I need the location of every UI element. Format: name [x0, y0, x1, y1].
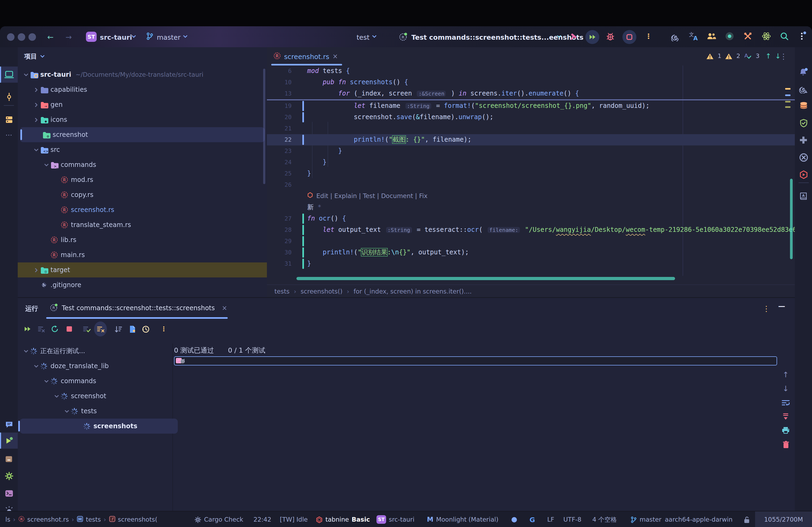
memory-indicator[interactable]: 1055/2700M: [755, 511, 812, 527]
indent-widget[interactable]: 4 个空格: [592, 511, 617, 527]
project-tree-item-gen[interactable]: →gen: [18, 97, 267, 112]
debug-bug-icon[interactable]: [606, 32, 615, 40]
horizontal-scrollbar[interactable]: [296, 277, 675, 280]
project-selector[interactable]: src-tauri: [100, 33, 132, 42]
chevron-open-icon[interactable]: [22, 71, 30, 78]
minimize-window-button[interactable]: [18, 33, 25, 41]
status-breadcrumbs[interactable]: ls › R screenshot.rs › M tests › f scree…: [5, 511, 157, 527]
zoom-window-button[interactable]: [28, 33, 36, 41]
scroll-down-icon[interactable]: ↓: [779, 382, 793, 395]
chevron-open-icon[interactable]: [63, 407, 71, 415]
target-arch-widget[interactable]: aarch64-apple-darwin: [665, 511, 733, 527]
plugin-plus-icon[interactable]: [795, 132, 812, 148]
google-widget[interactable]: G: [530, 511, 535, 527]
code-line-13[interactable]: 13 for (_index, screen :&Screen ) in scr…: [267, 88, 795, 99]
import-test-results-icon[interactable]: [126, 321, 139, 336]
package-tool-button[interactable]: [0, 451, 18, 467]
project-widget[interactable]: ST src-tauri: [376, 511, 414, 527]
code-line-29[interactable]: 29: [267, 236, 795, 247]
code-area[interactable]: 6mod tests {10 pub fn screenshots() {13 …: [267, 65, 795, 276]
project-tree-item-src[interactable]: <>src: [18, 142, 267, 157]
scroll-to-end-icon[interactable]: [779, 410, 793, 423]
stop-button[interactable]: [622, 30, 636, 44]
stripe-typo-mark[interactable]: [785, 101, 791, 103]
build-hammer-icon[interactable]: [569, 32, 578, 41]
terminal-tool-button[interactable]: [0, 485, 18, 501]
chevron-open-icon[interactable]: [53, 392, 61, 400]
inspections-widget[interactable]: 1 2 A 3 ↑ ↓: [706, 52, 781, 60]
services-gear-button[interactable]: [0, 468, 18, 484]
chevron-open-icon[interactable]: [42, 377, 50, 385]
ai-lens-actions[interactable]: Edit | Explain | Test | Document | Fix: [316, 191, 427, 202]
code-line-30[interactable]: 30 println!("识别结果:\n{}", output_text);: [267, 247, 795, 258]
run-tool-button[interactable]: [0, 433, 18, 449]
close-tab-icon[interactable]: ×: [222, 304, 227, 312]
prev-problem-arrow-icon[interactable]: ↑: [765, 52, 771, 60]
breadcrumb-item[interactable]: tests: [274, 288, 289, 295]
run-tab[interactable]: R Test commands::screenshot::tests::scre…: [46, 300, 230, 316]
crumb-function[interactable]: screenshots(: [118, 516, 157, 523]
clear-trash-icon[interactable]: [779, 438, 793, 451]
project-tool-button[interactable]: [0, 66, 18, 82]
test-tree-item-commands[interactable]: commands: [18, 374, 179, 389]
test-tree-item-正在运行测试[interactable]: 正在运行测试...: [18, 344, 179, 359]
test-history-icon[interactable]: [139, 321, 152, 336]
nav-back-icon[interactable]: ←: [47, 33, 54, 41]
hexagon-plugin-icon[interactable]: [795, 166, 812, 182]
chevron-closed-icon[interactable]: [32, 266, 40, 274]
project-tree-item-target[interactable]: ◎target: [18, 262, 267, 277]
crumb-module[interactable]: tests: [86, 516, 101, 523]
notes-tool-button[interactable]: [0, 417, 18, 433]
panel-options-kebab-icon[interactable]: ⋮: [763, 304, 770, 313]
test-tree-item-doze-translate-lib[interactable]: doze_translate_lib: [18, 359, 179, 374]
structure-tool-button[interactable]: [0, 111, 18, 128]
test-tree-item-screenshots[interactable]: screenshots: [20, 419, 178, 434]
project-tree-item-lib-rs[interactable]: Rlib.rs: [18, 232, 267, 247]
encoding-widget[interactable]: UTF-8: [563, 511, 581, 527]
soft-wrap-icon[interactable]: [779, 396, 793, 409]
close-tab-icon[interactable]: ×: [332, 52, 338, 60]
settings-kebab-icon[interactable]: [799, 31, 807, 40]
code-line-19[interactable]: 19 let filename :String = format!("scree…: [267, 100, 795, 111]
atom-science-icon[interactable]: [762, 32, 771, 40]
search-everywhere-icon[interactable]: [780, 32, 789, 40]
ai-assistant-chat-icon[interactable]: [795, 81, 812, 97]
chevron-closed-icon[interactable]: [32, 116, 40, 123]
minimize-panel-icon[interactable]: —: [778, 302, 785, 310]
tabnine-widget[interactable]: tabnine Basic: [316, 511, 370, 527]
code-line-23[interactable]: 23 }: [267, 146, 795, 157]
rerun-tests-icon[interactable]: [21, 321, 34, 336]
tools-icon[interactable]: [743, 32, 752, 40]
project-scrollbar[interactable]: [263, 69, 265, 184]
chevron-open-icon[interactable]: [32, 362, 40, 370]
commit-tool-button[interactable]: [0, 89, 18, 105]
chevron-closed-icon[interactable]: [32, 101, 40, 108]
cargo-check-widget[interactable]: Cargo Check: [194, 511, 243, 527]
code-line-24[interactable]: 24 }: [267, 157, 795, 168]
database-icon[interactable]: [795, 98, 812, 114]
code-line-x[interactable]: 新 *: [267, 202, 795, 213]
chevron-closed-icon[interactable]: [32, 86, 40, 93]
sort-tests-icon[interactable]: [112, 321, 125, 336]
project-tree-item-src-tauri[interactable]: src-tauri~/Documents/My/doze-translate/s…: [18, 67, 267, 82]
scroll-up-icon[interactable]: ↑: [779, 368, 793, 381]
project-tree-item-main-rs[interactable]: Rmain.rs: [18, 247, 267, 262]
stop-process-icon[interactable]: [63, 321, 76, 336]
project-tree-item-commands[interactable]: >_commands: [18, 157, 267, 172]
code-line-28[interactable]: 28 let output_text :String = tesseract::…: [267, 224, 795, 236]
screen-record-icon[interactable]: [725, 32, 734, 40]
project-panel-header[interactable]: 项目: [24, 50, 45, 62]
run-profile-selector[interactable]: test: [357, 33, 369, 42]
more-tools-button[interactable]: ⋯: [0, 127, 18, 143]
crumb-file[interactable]: screenshot.rs: [27, 516, 69, 523]
stripe-info-mark[interactable]: [785, 94, 791, 96]
run-more-kebab-icon[interactable]: ⋮: [645, 32, 652, 41]
branch-selector[interactable]: master: [157, 33, 180, 42]
code-line-26[interactable]: 26: [267, 179, 795, 191]
project-tree-item-translate-steam-rs[interactable]: Rtranslate_steam.rs: [18, 217, 267, 232]
editor-tab-screenshot-rs[interactable]: R screenshot.rs ×: [271, 47, 340, 65]
code-line-10[interactable]: 10 pub fn screenshots() {: [267, 77, 795, 88]
show-failed-icon[interactable]: [94, 321, 107, 336]
project-tree-item-screenshot-rs[interactable]: Rscreenshot.rs: [18, 202, 267, 217]
indicator-dot-icon[interactable]: [511, 511, 517, 527]
